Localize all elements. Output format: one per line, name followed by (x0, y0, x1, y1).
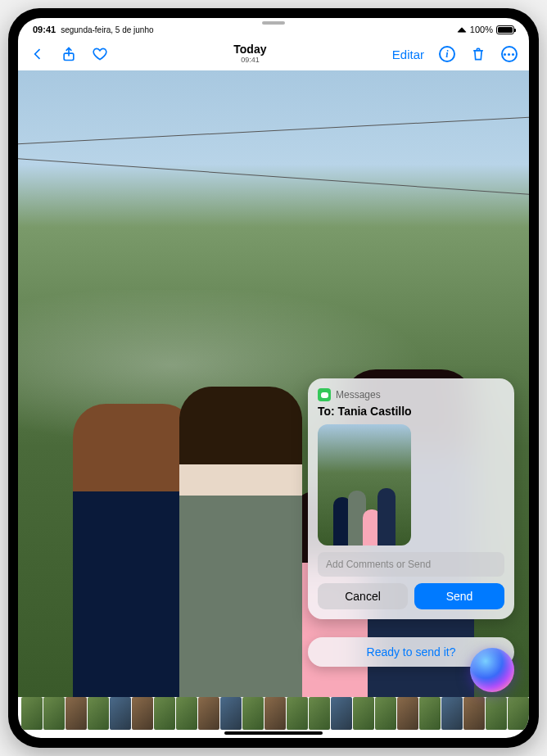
thumbnail[interactable] (88, 697, 109, 730)
wifi-icon (457, 27, 467, 32)
chevron-left-icon (29, 46, 46, 62)
info-icon: i (439, 46, 455, 62)
thumbnail[interactable] (198, 697, 219, 730)
thumbnail[interactable] (220, 697, 242, 730)
nav-subtitle: 09:41 (233, 57, 266, 65)
message-comment-input[interactable]: Add Comments or Send (318, 552, 504, 577)
thumbnail[interactable] (21, 697, 43, 730)
thumbnail[interactable] (287, 697, 308, 730)
status-right: 100% (457, 25, 514, 34)
thumbnail[interactable] (154, 697, 175, 730)
messages-app-icon (318, 388, 331, 401)
multitask-pill[interactable] (262, 21, 285, 25)
siri-messages-card: Messages To: Tania Castillo Add Comments… (308, 378, 514, 619)
siri-button-row: Cancel Send (318, 583, 504, 609)
battery-percent: 100% (470, 25, 493, 34)
share-icon (61, 46, 77, 62)
send-button[interactable]: Send (414, 583, 504, 609)
favorite-button[interactable] (92, 46, 108, 62)
heart-icon (92, 46, 108, 62)
photo-decoration (18, 108, 529, 221)
thumbnail[interactable] (397, 697, 418, 730)
thumbnail[interactable] (375, 697, 396, 730)
thumbnail[interactable] (176, 697, 197, 730)
thumbnail[interactable] (132, 697, 153, 730)
thumbnail[interactable] (242, 697, 264, 730)
siri-app-name: Messages (336, 389, 381, 401)
thumbnail[interactable] (66, 697, 87, 730)
thumbnail[interactable] (508, 697, 529, 730)
nav-title: Today (233, 43, 266, 56)
screen: 09:41 segunda-feira, 5 de junho 100% (18, 18, 529, 738)
info-button[interactable]: i (439, 46, 455, 62)
cancel-button[interactable]: Cancel (318, 583, 408, 609)
message-photo-attachment[interactable] (318, 424, 411, 545)
siri-prompt-text: Ready to send it? (367, 645, 456, 659)
thumbnail[interactable] (353, 697, 374, 730)
thumbnail-strip[interactable] (18, 697, 529, 730)
photos-nav-bar: Today 09:41 Editar i (18, 38, 529, 70)
thumbnail[interactable] (331, 697, 352, 730)
share-button[interactable] (61, 46, 77, 62)
status-left: 09:41 segunda-feira, 5 de junho (33, 25, 154, 34)
trash-icon (470, 46, 486, 62)
siri-recipient: To: Tania Castillo (318, 405, 504, 418)
status-time: 09:41 (33, 25, 56, 34)
edit-button[interactable]: Editar (392, 48, 424, 61)
thumbnail[interactable] (43, 697, 65, 730)
thumbnail[interactable] (309, 697, 330, 730)
thumbnail[interactable] (486, 697, 507, 730)
thumbnail[interactable] (463, 697, 485, 730)
siri-orb[interactable] (470, 648, 514, 692)
ellipsis-icon (501, 46, 518, 62)
more-button[interactable] (501, 46, 518, 62)
delete-button[interactable] (470, 46, 486, 62)
ipad-device-frame: 09:41 segunda-feira, 5 de junho 100% (8, 8, 539, 748)
thumbnail[interactable] (110, 697, 131, 730)
siri-app-header: Messages (318, 388, 504, 401)
nav-title-group: Today 09:41 (233, 43, 266, 64)
home-indicator[interactable] (224, 731, 323, 735)
thumbnail[interactable] (419, 697, 441, 730)
thumbnail[interactable] (264, 697, 286, 730)
battery-icon (496, 25, 514, 34)
thumbnail[interactable] (441, 697, 463, 730)
status-date: segunda-feira, 5 de junho (61, 25, 153, 34)
back-button[interactable] (29, 46, 46, 62)
